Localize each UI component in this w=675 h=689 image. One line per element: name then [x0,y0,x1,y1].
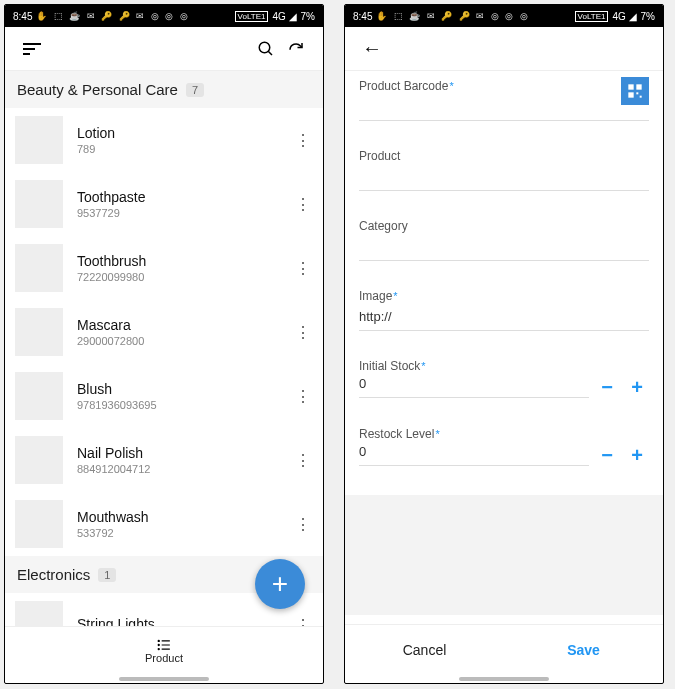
image-input[interactable] [359,305,649,331]
svg-rect-9 [636,84,641,89]
product-name: Lotion [77,125,293,141]
save-button[interactable]: Save [504,625,663,674]
cancel-button[interactable]: Cancel [345,625,504,674]
item-menu-button[interactable]: ⋮ [293,451,313,470]
product-code: 9537729 [77,207,293,219]
svg-rect-12 [640,96,642,98]
list-item[interactable]: Toothpaste9537729⋮ [5,172,323,236]
product-name: Blush [77,381,293,397]
form-topbar: ← [345,27,663,71]
item-menu-button[interactable]: ⋮ [293,515,313,534]
list-item[interactable]: Mouthwash533792⋮ [5,492,323,556]
svg-rect-8 [628,84,633,89]
status-net: VoLTE1 [235,11,269,22]
field-initial-stock: Initial Stock* 0 − + [359,359,649,399]
search-icon [257,40,275,58]
product-name: Toothbrush [77,253,293,269]
status-time: 8:45 [13,11,32,22]
nav-handle [459,677,549,681]
phone-form-screen: 8:45 ✋ ⬚ ☕ ✉ 🔑 🔑 ✉ ◎ ◎ ◎ VoLTE1 4G ◢ 7% … [344,4,664,684]
svg-point-5 [158,640,159,641]
form-actions: Cancel Save [345,624,663,674]
initial-stock-decrement[interactable]: − [595,375,619,399]
initial-stock-label: Initial Stock [359,359,420,373]
section-count-badge: 7 [186,83,204,97]
product-thumbnail [15,500,63,548]
list-item[interactable]: Toothbrush72220099980⋮ [5,236,323,300]
initial-stock-stepper: 0 − + [359,375,649,399]
sort-icon [23,43,41,55]
back-button[interactable]: ← [357,34,387,64]
barcode-input[interactable] [359,95,649,121]
section-count-badge: 1 [98,568,116,582]
item-menu-button[interactable]: ⋮ [293,131,313,150]
svg-rect-11 [636,92,638,94]
product-thumbnail [15,244,63,292]
status-battery: 7% [301,11,315,22]
bottom-nav: Product [5,626,323,674]
back-arrow-icon: ← [362,37,382,60]
item-menu-button[interactable]: ⋮ [293,259,313,278]
field-restock-level: Restock Level* 0 − + [359,427,649,467]
category-input[interactable] [359,235,649,261]
item-menu-button[interactable]: ⋮ [293,616,313,627]
section-header-beauty[interactable]: Beauty & Personal Care 7 [5,71,323,108]
product-name: Toothpaste [77,189,293,205]
barcode-label: Product Barcode [359,79,448,93]
list-item[interactable]: Mascara29000072800⋮ [5,300,323,364]
refresh-button[interactable] [281,34,311,64]
product-name: Mouthwash [77,509,293,525]
image-label: Image [359,289,392,303]
qr-icon [627,83,643,99]
product-code: 533792 [77,527,293,539]
status-time: 8:45 [353,11,372,22]
product-thumbnail [15,180,63,228]
product-thumbnail [15,372,63,420]
sort-button[interactable] [17,34,47,64]
initial-stock-value[interactable]: 0 [359,376,589,398]
status-icons: ✋ ⬚ ☕ ✉ 🔑 🔑 ✉ ◎ ◎ ◎ [376,11,530,21]
restock-level-decrement[interactable]: − [595,443,619,467]
status-signal: 4G ◢ [272,11,296,22]
restock-level-label: Restock Level [359,427,434,441]
list-item[interactable]: Nail Polish884912004712⋮ [5,428,323,492]
item-menu-button[interactable]: ⋮ [293,387,313,406]
field-category: Category [359,219,649,261]
list-item[interactable]: Blush9781936093695⋮ [5,364,323,428]
product-name: String Lights [77,616,293,626]
product-code: 789 [77,143,293,155]
product-input[interactable] [359,165,649,191]
status-bar: 8:45 ✋ ⬚ ☕ ✉ 🔑 🔑 ✉ ◎ ◎ ◎ VoLTE1 4G ◢ 7% [5,5,323,27]
status-icons: ✋ ⬚ ☕ ✉ 🔑 🔑 ✉ ◎ ◎ ◎ [36,11,190,21]
list-topbar [5,27,323,71]
category-label: Category [359,219,408,233]
required-mark: * [435,428,439,440]
nav-handle [119,677,209,681]
item-menu-button[interactable]: ⋮ [293,195,313,214]
initial-stock-increment[interactable]: + [625,375,649,399]
item-menu-button[interactable]: ⋮ [293,323,313,342]
product-name: Nail Polish [77,445,293,461]
restock-level-value[interactable]: 0 [359,444,589,466]
restock-level-increment[interactable]: + [625,443,649,467]
svg-rect-10 [628,92,633,97]
product-list[interactable]: Beauty & Personal Care 7 Lotion789⋮Tooth… [5,71,323,626]
restock-level-stepper: 0 − + [359,443,649,467]
product-thumbnail [15,116,63,164]
scan-barcode-button[interactable] [621,77,649,105]
list-icon [156,638,172,652]
field-image: Image* [359,289,649,331]
product-thumbnail [15,436,63,484]
product-name: Mascara [77,317,293,333]
search-button[interactable] [251,34,281,64]
status-signal: 4G ◢ [612,11,636,22]
phone-list-screen: 8:45 ✋ ⬚ ☕ ✉ 🔑 🔑 ✉ ◎ ◎ ◎ VoLTE1 4G ◢ 7% … [4,4,324,684]
add-product-fab[interactable]: + [255,559,305,609]
product-code: 9781936093695 [77,399,293,411]
product-label: Product [359,149,400,163]
bottom-nav-label[interactable]: Product [145,652,183,664]
section-title: Electronics [17,566,90,583]
svg-point-0 [259,42,270,53]
status-net: VoLTE1 [575,11,609,22]
list-item[interactable]: Lotion789⋮ [5,108,323,172]
